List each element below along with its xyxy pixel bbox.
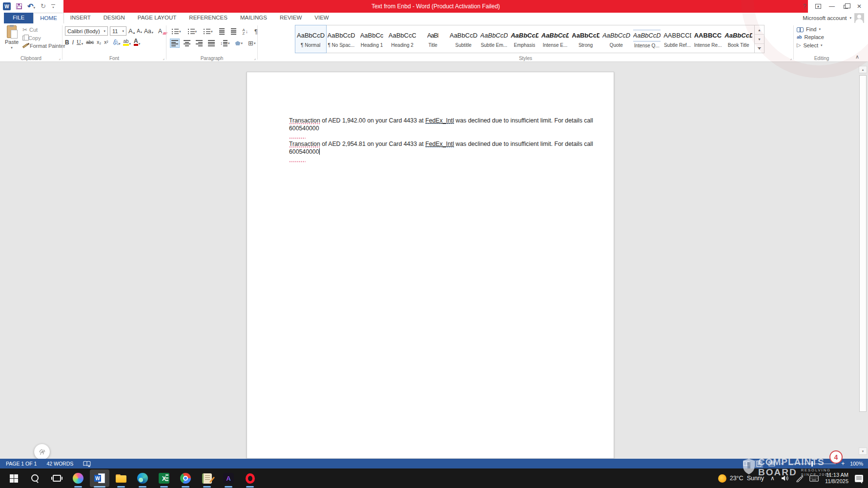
proofing-errors-icon[interactable] bbox=[83, 461, 91, 467]
tab-home[interactable]: HOME bbox=[33, 13, 64, 23]
tab-design[interactable]: DESIGN bbox=[97, 13, 131, 23]
styles-scroll-up-button[interactable]: ▲ bbox=[755, 25, 764, 35]
keyboard-icon[interactable] bbox=[809, 475, 819, 482]
clock[interactable]: 11:13 AM 11/8/2025 bbox=[825, 472, 848, 485]
task-view-button[interactable] bbox=[47, 469, 66, 487]
taskbar-word[interactable]: W bbox=[90, 469, 109, 487]
align-right-button[interactable] bbox=[195, 39, 204, 47]
style-emphasis[interactable]: AaBbCcDcEmphasis bbox=[509, 25, 540, 53]
help-button[interactable]: ? bbox=[798, 0, 811, 13]
zoom-slider-thumb[interactable] bbox=[811, 461, 813, 467]
tab-page-layout[interactable]: PAGE LAYOUT bbox=[131, 13, 183, 23]
superscript-button[interactable]: x² bbox=[104, 40, 108, 45]
taskbar-file-explorer[interactable] bbox=[111, 469, 131, 487]
copy-button[interactable]: Copy bbox=[22, 35, 65, 41]
italic-button[interactable]: I bbox=[72, 39, 74, 46]
web-layout-button[interactable] bbox=[768, 461, 775, 467]
clipboard-dialog-launcher[interactable]: ⌟ bbox=[59, 56, 61, 61]
format-painter-button[interactable]: Format Painter bbox=[22, 43, 65, 49]
save-icon[interactable] bbox=[16, 3, 22, 9]
tab-references[interactable]: REFERENCES bbox=[183, 13, 234, 23]
cut-button[interactable]: ✂Cut bbox=[22, 26, 65, 33]
restore-button[interactable] bbox=[839, 0, 852, 13]
paste-button[interactable]: Paste ▾ bbox=[3, 25, 21, 54]
taskbar-copilot[interactable] bbox=[68, 469, 88, 487]
font-color-button[interactable]: A▾ bbox=[134, 39, 140, 46]
style-quote[interactable]: AaBbCcDcQuote bbox=[601, 25, 632, 53]
line-spacing-button[interactable]: ↕▾ bbox=[219, 39, 231, 47]
zoom-level[interactable]: 100% bbox=[850, 461, 863, 467]
scroll-down-button[interactable]: ▼ bbox=[859, 447, 867, 455]
style-book-title[interactable]: AaBbCcDcBook Title bbox=[723, 25, 754, 53]
bold-button[interactable]: B bbox=[65, 39, 69, 46]
taskbar-opera[interactable] bbox=[240, 469, 260, 487]
replace-button[interactable]: abReplace bbox=[797, 34, 824, 40]
increase-indent-button[interactable] bbox=[230, 27, 237, 36]
taskbar-chrome[interactable] bbox=[176, 469, 195, 487]
print-layout-button[interactable] bbox=[755, 461, 763, 467]
numbering-button[interactable]: ▾ bbox=[186, 27, 198, 36]
customize-qat-button[interactable]: ▾ bbox=[51, 4, 55, 9]
undo-dropdown-icon[interactable]: ▾ bbox=[34, 6, 36, 9]
fingerprint-overlay-button[interactable] bbox=[34, 444, 50, 460]
font-name-combo[interactable]: Calibri (Body)▾ bbox=[65, 26, 108, 36]
undo-button[interactable]: ↶▾ bbox=[27, 2, 35, 11]
weather-widget[interactable]: 23°C Sunny bbox=[718, 474, 764, 483]
word-count[interactable]: 42 WORDS bbox=[46, 461, 73, 467]
subscript-button[interactable]: x₂ bbox=[97, 40, 101, 45]
taskbar-notes-app[interactable] bbox=[197, 469, 217, 487]
minimize-button[interactable]: — bbox=[825, 0, 839, 13]
pen-icon[interactable] bbox=[796, 475, 803, 482]
tab-file[interactable]: FILE bbox=[4, 13, 33, 23]
hidden-icons-chevron[interactable]: ∧ bbox=[770, 475, 775, 482]
align-left-button[interactable] bbox=[170, 39, 179, 47]
sort-button[interactable]: AZ↓ bbox=[242, 27, 249, 36]
style-subtitle[interactable]: AaBbCcDSubtitle bbox=[448, 25, 479, 53]
vertical-scrollbar[interactable]: ▲ ▼ bbox=[859, 66, 867, 455]
close-button[interactable]: ✕ bbox=[852, 0, 866, 13]
underline-button[interactable]: U▾ bbox=[77, 39, 83, 46]
taskbar-excel[interactable]: X bbox=[154, 469, 174, 487]
style-strong[interactable]: AaBbCcDcStrong bbox=[570, 25, 601, 53]
tab-insert[interactable]: INSERT bbox=[64, 13, 97, 23]
collapse-ribbon-button[interactable]: ∧ bbox=[855, 54, 859, 60]
style-intense-emphasis[interactable]: AaBbCcDcIntense E... bbox=[540, 25, 571, 53]
styles-scroll-down-button[interactable]: ▼ bbox=[755, 35, 764, 44]
change-case-button[interactable]: Aa▾ bbox=[144, 28, 153, 35]
zoom-in-button[interactable]: + bbox=[841, 461, 845, 466]
style-heading-1[interactable]: AaBbCcHeading 1 bbox=[356, 25, 387, 53]
style-normal[interactable]: AaBbCcDc¶ Normal bbox=[295, 25, 326, 53]
font-dialog-launcher[interactable]: ⌟ bbox=[163, 56, 165, 61]
decrease-indent-button[interactable] bbox=[218, 27, 226, 36]
borders-button[interactable]: ⊞▾ bbox=[247, 40, 256, 47]
style-subtle-emphasis[interactable]: AaBbCcDcSubtle Em... bbox=[479, 25, 510, 53]
align-center-button[interactable] bbox=[183, 39, 191, 47]
zoom-slider[interactable] bbox=[789, 464, 836, 464]
start-button[interactable] bbox=[4, 469, 23, 487]
read-mode-button[interactable] bbox=[743, 461, 750, 467]
styles-dialog-launcher[interactable]: ⌟ bbox=[790, 56, 792, 61]
ribbon-options-button[interactable]: ▲ bbox=[811, 0, 825, 13]
justify-button[interactable] bbox=[207, 39, 216, 47]
find-button[interactable]: Find▾ bbox=[797, 26, 824, 32]
document-page[interactable]: Transaction of AED 1,942.00 on your Card… bbox=[247, 72, 614, 459]
strikethrough-button[interactable]: abc bbox=[86, 40, 94, 45]
microsoft-account[interactable]: Microsoft account ▾ bbox=[803, 13, 864, 23]
paragraph-dialog-launcher[interactable]: ⌟ bbox=[254, 56, 256, 61]
scrollbar-thumb[interactable] bbox=[859, 75, 867, 412]
taskbar-edge[interactable] bbox=[133, 469, 152, 487]
scroll-up-button[interactable]: ▲ bbox=[859, 66, 867, 73]
shading-button[interactable]: ▾ bbox=[234, 40, 244, 46]
shrink-font-button[interactable]: A▾ bbox=[137, 28, 142, 34]
style-intense-reference[interactable]: AABBCCDCIntense Re... bbox=[693, 25, 723, 53]
multilevel-list-button[interactable]: ▾ bbox=[202, 27, 214, 36]
style-title[interactable]: AaBlTitle bbox=[417, 25, 448, 53]
text-effects-button[interactable]: A▾ bbox=[114, 39, 121, 46]
speaker-icon[interactable] bbox=[781, 475, 789, 482]
taskbar-search-button[interactable] bbox=[25, 469, 45, 487]
font-size-combo[interactable]: 11▾ bbox=[110, 26, 126, 36]
redo-icon[interactable]: ↻ bbox=[41, 3, 46, 9]
notification-center-icon[interactable] bbox=[855, 475, 863, 482]
style-intense-quote[interactable]: AaBbCcDcIntense Q... bbox=[632, 25, 662, 53]
tab-mailings[interactable]: MAILINGS bbox=[234, 13, 273, 23]
